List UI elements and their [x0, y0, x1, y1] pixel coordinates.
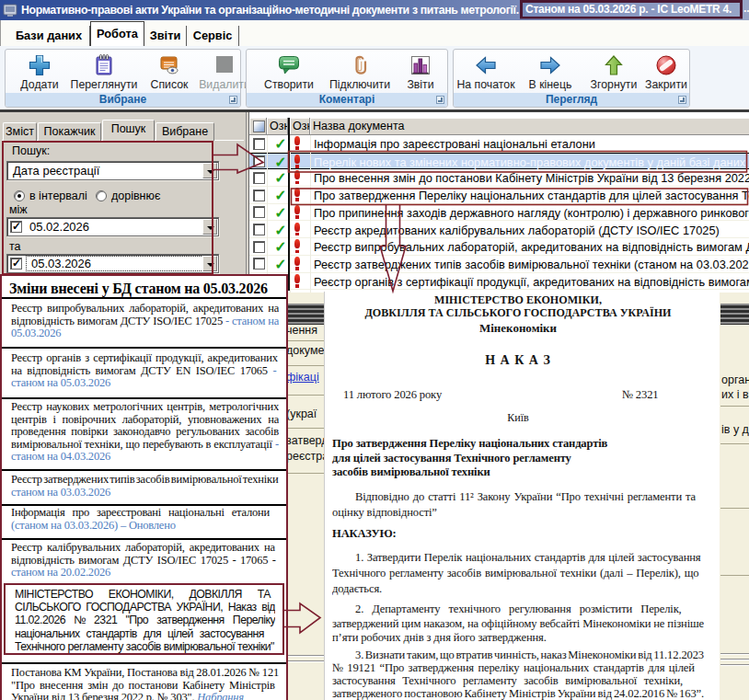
add-plus-icon	[3, 53, 76, 77]
grid-line	[310, 135, 311, 311]
row-checkbox[interactable]	[253, 155, 265, 167]
group-launcher-icon[interactable]	[678, 96, 686, 104]
chevron-down-icon[interactable]	[202, 163, 217, 178]
doc-paragraph-line: затверджений цим наказом, на офіційному …	[332, 617, 704, 632]
document-row-2[interactable]: ✓Перелік нових та змінених нормативно-пр…	[249, 153, 749, 170]
document-row-9[interactable]: ✓Реєстр органів з сертифікації продукції…	[249, 273, 749, 291]
date-to-combobox[interactable]: ✓ 05.03.2026	[6, 254, 219, 273]
changes-item-8[interactable]: Постанова КМ України, Постанова від 28.0…	[2, 667, 286, 700]
window-title: Нормативно-правові акти України та орган…	[21, 3, 519, 17]
toolbar-button-label: Звіти	[384, 78, 457, 91]
changes-item-6[interactable]: Реєстр калібрувальних лабораторій, акред…	[2, 542, 286, 580]
changes-item-line: 05.03.2026	[11, 327, 279, 340]
search-field-combobox[interactable]: Дата реєстрації	[6, 161, 219, 180]
row-checkbox[interactable]	[253, 241, 265, 253]
application-window: Нормативно-правові акти України та орган…	[0, 0, 749, 700]
document-row-1[interactable]: ✓Інформація про зареєстровані національн…	[249, 135, 749, 153]
changes-item-1[interactable]: Реєстр випробувальних лабораторій, акред…	[2, 303, 286, 340]
date-from-checkbox[interactable]: ✓	[10, 221, 22, 233]
equals-radio[interactable]	[96, 190, 107, 201]
toolbar-button-звіти[interactable]: Звіти	[384, 53, 457, 94]
row-checkbox[interactable]	[253, 258, 265, 270]
doc-paragraph-line: затвердженого постановою Кабінету Мініст…	[332, 687, 704, 700]
group-launcher-icon[interactable]	[436, 96, 444, 104]
document-row-4[interactable]: ✓Про затвердження Переліку національних …	[249, 187, 749, 204]
changes-separator	[2, 397, 286, 399]
menu-tab-2[interactable]: Робота	[90, 21, 144, 46]
doc-paragraph-line: 1. Затвердити Перелік національних станд…	[332, 550, 704, 566]
list-header-cell[interactable]: Озн	[290, 118, 310, 135]
document-row-5[interactable]: ✓Про припинення заходів державного нагля…	[249, 204, 749, 222]
list-header-cell[interactable]: Озн	[267, 118, 288, 135]
menu-tab-3[interactable]: Звіти	[144, 26, 187, 46]
changes-item-4[interactable]: Реєстр затверджених типів засобів вимірю…	[2, 474, 286, 499]
changes-item-5[interactable]: Інформація про зареєстровані національні…	[2, 507, 286, 532]
ribbon-group-caption: Коментарі	[247, 93, 447, 107]
speech-bubble-icon	[252, 53, 326, 77]
changes-item-line: Постанова КМ України, Постанова від 28.0…	[11, 667, 279, 680]
sidebar-tab-2[interactable]: Покажчик	[38, 122, 101, 141]
document-row-6[interactable]: ✓Реєстр акредитованих калібрувальних лаб…	[249, 222, 749, 239]
date-from-combobox[interactable]: ✓ 05.02.2026	[6, 217, 219, 236]
sidebar-tab-4[interactable]: Вибране	[156, 122, 214, 141]
changes-separator	[2, 347, 286, 349]
chevron-down-icon[interactable]	[202, 219, 217, 235]
exclamation-dot	[295, 267, 299, 270]
background-groove	[286, 655, 324, 657]
changes-separator	[2, 469, 286, 471]
changes-item-line: відповідність вимогам ДСТУ ISO/ІЕС 17025…	[11, 316, 279, 328]
equals-radio-label[interactable]: дорівнює	[111, 189, 160, 202]
toolbar-button-на початок[interactable]: На початок	[449, 53, 523, 94]
changes-item-7[interactable]: МІНІСТЕРСТВО ЕКОНОМІКИ, ДОВКІЛЛЯ ТАСІЛЬС…	[4, 583, 284, 655]
toolbar-button-переглянути[interactable]: Переглянути	[67, 53, 141, 94]
menu-tab-4[interactable]: Сервіс	[187, 26, 239, 46]
toolbar-button-створити[interactable]: Створити	[252, 53, 326, 94]
doc-paragraph-line: застосування Технічного регламенту засоб…	[332, 674, 704, 687]
sidebar-tab-1[interactable]: Зміст	[3, 122, 37, 141]
toolbar-button-закрити[interactable]: Закрити	[629, 53, 703, 94]
ribbon-toolbar: ВибранеДодатиПереглянутиСписокВидалитиКо…	[0, 46, 749, 109]
doc-paragraph-line: НАКАЗУЮ:	[332, 527, 704, 541]
text-segment: станом на 20.02.2026	[11, 567, 110, 579]
changes-item-line: Інформація про зареєстровані національні…	[11, 507, 279, 520]
text-segment: Реєстр наукових метрологічних центрів, м…	[11, 401, 279, 413]
doc-paragraph-1: Відповідно до статті 11² Закону України …	[332, 489, 704, 520]
row-checkbox[interactable]	[253, 172, 265, 184]
row-checkbox[interactable]	[253, 224, 265, 235]
green-check-icon: ✓	[271, 222, 290, 239]
list-header-cell[interactable]: Назва документа	[310, 118, 749, 135]
changes-item-2[interactable]: Реєстр органів з сертифікації продукції,…	[2, 352, 286, 390]
background-text-fragment: чення	[286, 324, 324, 337]
date-to-checkbox[interactable]: ✓	[10, 258, 22, 270]
doc-subject-line: для цілей застосування Технічного реглам…	[332, 452, 704, 466]
text-segment: Реєстр органів з сертифікації продукції,…	[11, 352, 278, 364]
ribbon-group: ВибранеДодатиПереглянутиСписокВидалити	[5, 49, 241, 108]
doc-subject-line: Про затвердження Переліку національних с…	[332, 437, 704, 452]
menu-tab-1[interactable]: Бази даних	[8, 26, 90, 46]
doc-heading-ministry2: ДОВКІЛЛЯ ТА СІЛЬСЬКОГО ГОСПОДАРСТВА УКРА…	[332, 306, 704, 320]
document-row-3[interactable]: ✓Про внесення змін до постанови Кабінету…	[249, 169, 749, 187]
document-row-8[interactable]: ✓Реєстр затверджених типів засобів вимір…	[249, 256, 749, 273]
exclamation-bar	[294, 170, 300, 179]
exclamation-bar	[294, 205, 300, 214]
toolbar-button-додати[interactable]: Додати	[3, 53, 76, 94]
notepad-icon	[67, 53, 141, 77]
title-bar[interactable]: Нормативно-правові акти України та орган…	[0, 0, 749, 20]
interval-radio-label[interactable]: в інтервалі	[29, 189, 87, 202]
changes-item-line: "Про внесення змін до постанови Кабінету…	[11, 680, 279, 693]
row-checkbox[interactable]	[253, 189, 265, 201]
doc-paragraph-2: НАКАЗУЮ:	[332, 527, 704, 541]
changes-item-3[interactable]: Реєстр наукових метрологічних центрів, м…	[2, 401, 286, 464]
row-checkbox[interactable]	[253, 206, 265, 218]
toolbar-button-в кінець[interactable]: В кінець	[513, 53, 587, 94]
chevron-down-icon[interactable]	[202, 256, 217, 271]
sidebar-tab-3[interactable]: Пошук	[102, 120, 155, 141]
row-checkbox[interactable]	[253, 138, 265, 150]
group-launcher-icon[interactable]	[229, 96, 237, 104]
text-segment: СІЛЬСЬКОГО ГОСПОДАРСТВА УКРАЇНИ, Наказ в…	[15, 601, 275, 614]
grid-line	[290, 135, 291, 311]
changes-item-line: національних стандартів для цілей застос…	[15, 627, 275, 640]
interval-radio[interactable]	[14, 190, 25, 201]
document-row-7[interactable]: ✓Реєстр випробувальних лабораторій, акре…	[249, 238, 749, 256]
select-all-checkbox[interactable]	[253, 120, 265, 132]
